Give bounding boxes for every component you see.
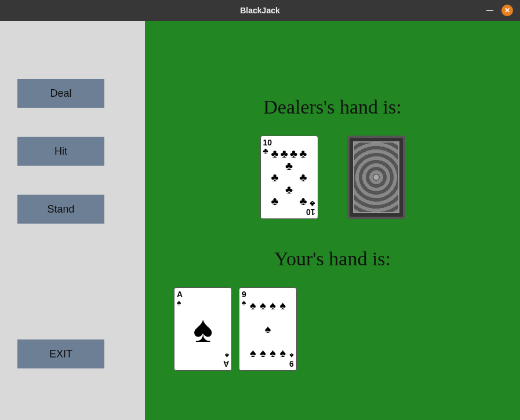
dealer-cards: 10 ♣ ♣♣ ♣♣ ♣ ♣♣ ♣ ♣♣ 10 ♣ [260, 136, 405, 219]
app-window: BlackJack ✕ Deal Hit Stand EXIT Dealers'… [0, 0, 520, 420]
spades-icon: ♠ [193, 311, 213, 348]
exit-button[interactable]: EXIT [17, 339, 104, 368]
player-cards: A ♠ ♠ A ♠ 9 ♠ ♠♠ [174, 287, 297, 371]
spades-icon: ♠ [223, 352, 229, 360]
playfield: Dealers's hand is: 10 ♣ ♣♣ ♣♣ ♣ ♣♣ ♣ ♣♣ [145, 21, 520, 420]
close-icon[interactable]: ✕ [501, 5, 513, 16]
window-controls: ✕ [486, 5, 513, 16]
player-hand-label: Your's hand is: [274, 248, 391, 270]
card-back-pattern [353, 141, 399, 213]
player-card-1: A ♠ ♠ A ♠ [174, 287, 232, 371]
card-rank-bottom: 9 ♠ [289, 352, 294, 368]
spades-icon: ♠ [289, 352, 294, 360]
sidebar: Deal Hit Stand EXIT [0, 21, 145, 420]
card-rank-top: 9 ♠ [242, 290, 246, 306]
card-rank-bottom: 10 ♣ [306, 200, 315, 216]
spades-icon: ♠ [177, 298, 183, 306]
card-pips: ♣♣ ♣♣ ♣ ♣♣ ♣ ♣♣ [271, 148, 307, 207]
dealer-card-1: 10 ♣ ♣♣ ♣♣ ♣ ♣♣ ♣ ♣♣ 10 ♣ [260, 136, 318, 219]
stand-button[interactable]: Stand [17, 195, 104, 224]
minimize-icon[interactable] [486, 10, 493, 11]
dealer-hand-label: Dealers's hand is: [263, 96, 401, 118]
hit-button[interactable]: Hit [17, 137, 104, 166]
app-body: Deal Hit Stand EXIT Dealers's hand is: 1… [0, 21, 520, 420]
spades-icon: ♠ [242, 298, 246, 306]
clubs-icon: ♣ [306, 200, 315, 208]
card-rank-bottom: A ♠ [223, 352, 229, 368]
titlebar: BlackJack ✕ [0, 0, 520, 21]
window-title: BlackJack [0, 6, 520, 15]
sidebar-spacer [17, 253, 128, 311]
deal-button[interactable]: Deal [17, 79, 104, 108]
dealer-card-2-facedown [347, 136, 405, 219]
card-rank-top: A ♠ [177, 290, 183, 306]
player-card-2: 9 ♠ ♠♠ ♠♠ ♠ ♠♠ ♠♠ 9 ♠ [239, 287, 297, 371]
card-pips: ♠♠ ♠♠ ♠ ♠♠ ♠♠ [250, 300, 286, 359]
